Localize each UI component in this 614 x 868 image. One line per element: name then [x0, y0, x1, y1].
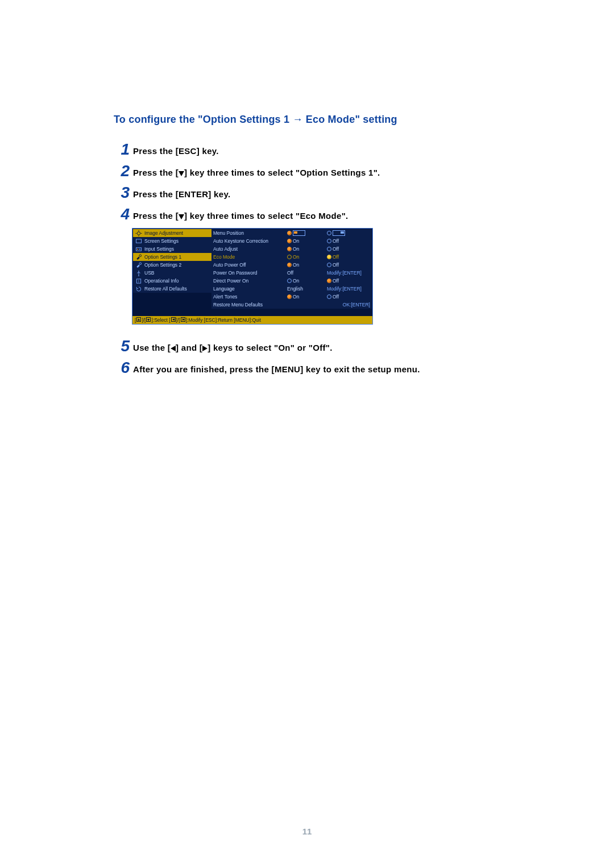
category-operational-info[interactable]: i Operational Info [133, 277, 211, 285]
setting-label: Auto Adjust [213, 246, 287, 252]
svg-point-7 [137, 248, 138, 250]
svg-point-9 [139, 254, 142, 256]
step-text: Press the [ENTER] key. [133, 185, 230, 200]
step-3: 3 Press the [ENTER] key. [114, 185, 500, 201]
setting-label: Language [213, 286, 287, 292]
category-usb[interactable]: USB [133, 269, 211, 277]
setting-label: Alert Tones [213, 294, 287, 300]
step-text-part: Press the [ [133, 168, 179, 177]
tools-icon [135, 262, 143, 268]
step-text-part: ] key three times to select "Option Sett… [184, 168, 380, 177]
setting-label: Restore Menu Defaults [213, 302, 327, 308]
setting-label: Menu Position [213, 230, 287, 236]
step-2: 2 Press the [] key three times to select… [114, 163, 500, 179]
projector-osd-menu: Image Adjustment Screen Settings Input S… [132, 228, 373, 325]
step-number: 1 [114, 142, 130, 157]
embedded-menu-screenshot: Image Adjustment Screen Settings Input S… [132, 228, 500, 325]
value-label: English [287, 286, 303, 292]
step-number: 6 [114, 360, 130, 376]
step-text: Press the [] key three times to select "… [133, 163, 380, 178]
radio-off-icon [327, 263, 331, 267]
setting-language[interactable]: Language English Modify:[ENTER] [211, 285, 372, 293]
step-number: 5 [114, 338, 130, 354]
setting-menu-position[interactable]: Menu Position [211, 229, 372, 237]
screen-icon [135, 238, 143, 244]
value-label: Off [287, 270, 293, 276]
setting-direct-power-on[interactable]: Direct Power On On Off [211, 277, 372, 285]
hint-modify: :Modify [187, 317, 202, 323]
tools-icon [135, 254, 143, 260]
menu-body: Image Adjustment Screen Settings Input S… [132, 229, 372, 309]
category-label: Screen Settings [144, 238, 179, 244]
hint-return: [ESC]:Return [204, 317, 233, 323]
setting-auto-power-off[interactable]: Auto Power Off On Off [211, 261, 372, 269]
category-input-settings[interactable]: Input Settings [133, 245, 211, 253]
menu-settings-panel: Menu Position Auto Keystone Correction O… [211, 229, 372, 309]
off-label: Off [333, 278, 339, 284]
input-icon [135, 246, 143, 252]
menu-footer-hints: []/[]:Select []/[]:Modify [ESC]:Return [… [132, 316, 372, 324]
category-restore-defaults[interactable]: Restore All Defaults [133, 285, 211, 293]
radio-on-icon [327, 279, 331, 283]
radio-off-icon [287, 255, 292, 259]
radio-on-icon [287, 247, 292, 251]
radio-off-icon [287, 279, 292, 283]
right-arrow-box-icon [181, 317, 185, 322]
title-arrow: → [292, 114, 302, 125]
on-label: On [293, 294, 299, 300]
setting-eco-mode[interactable]: Eco Mode On Off [211, 253, 372, 261]
step-text-part: ] key three times to select "Eco Mode". [184, 211, 349, 221]
left-arrow-box-icon [171, 317, 176, 322]
step-text: Use the [] and [] keys to select "On" or… [133, 338, 333, 354]
usb-icon [135, 270, 143, 276]
setting-power-on-password[interactable]: Power On Password Off Modify:[ENTER] [211, 269, 372, 277]
category-screen-settings[interactable]: Screen Settings [133, 237, 211, 245]
svg-point-10 [139, 262, 142, 264]
category-label: Restore All Defaults [144, 286, 187, 292]
setting-alert-tones[interactable]: Alert Tones On Off [211, 293, 372, 301]
position-tr-icon [333, 230, 345, 236]
off-label: Off [333, 294, 339, 300]
on-label: On [293, 238, 299, 244]
step-text: After you are finished, press the [MENU]… [133, 360, 420, 375]
svg-rect-5 [136, 239, 141, 242]
info-icon: i [135, 278, 143, 284]
step-1: 1 Press the [ESC] key. [114, 142, 500, 157]
right-arrow-icon [202, 346, 208, 351]
step-6: 6 After you are finished, press the [MEN… [114, 360, 500, 376]
setting-restore-menu-defaults[interactable]: Restore Menu Defaults OK:[ENTER] [211, 301, 372, 309]
svg-point-11 [138, 275, 139, 276]
setting-label: Power On Password [213, 270, 287, 276]
down-arrow-icon [179, 171, 184, 176]
hint-select: :Select [153, 317, 168, 323]
radio-off-icon [327, 294, 331, 299]
radio-off-icon [327, 247, 331, 251]
menu-category-list: Image Adjustment Screen Settings Input S… [133, 229, 211, 309]
category-image-adjustment[interactable]: Image Adjustment [133, 229, 211, 237]
radio-on-icon [287, 263, 292, 267]
step-text-part: Press the [ [133, 211, 179, 221]
left-arrow-icon [171, 346, 176, 351]
setting-auto-keystone[interactable]: Auto Keystone Correction On Off [211, 237, 372, 245]
on-label: On [293, 278, 299, 284]
step-text-part: Use the [ [133, 343, 171, 352]
setting-label: Direct Power On [213, 278, 287, 284]
step-number: 4 [114, 206, 130, 222]
hint-modify-group: []/[]:Modify [169, 317, 202, 323]
category-option-settings-2[interactable]: Option Settings 2 [133, 261, 211, 269]
down-arrow-icon [179, 214, 184, 219]
step-text-part: ] and [ [176, 343, 202, 352]
setting-label: Auto Keystone Correction [213, 238, 287, 244]
off-label: Off [333, 254, 339, 260]
off-label: Off [333, 246, 339, 252]
setting-auto-adjust[interactable]: Auto Adjust On Off [211, 245, 372, 253]
action-label: OK:[ENTER] [327, 302, 370, 308]
position-tl-icon [293, 230, 305, 236]
category-label: Input Settings [144, 246, 174, 252]
section-title: To configure the "Option Settings 1 → Ec… [114, 114, 500, 126]
category-label: Option Settings 1 [144, 254, 181, 260]
document-page: To configure the "Option Settings 1 → Ec… [0, 0, 614, 868]
radio-off-icon [327, 239, 331, 243]
category-option-settings-1[interactable]: Option Settings 1 [133, 253, 211, 261]
step-list: 1 Press the [ESC] key. 2 Press the [] ke… [114, 142, 500, 376]
